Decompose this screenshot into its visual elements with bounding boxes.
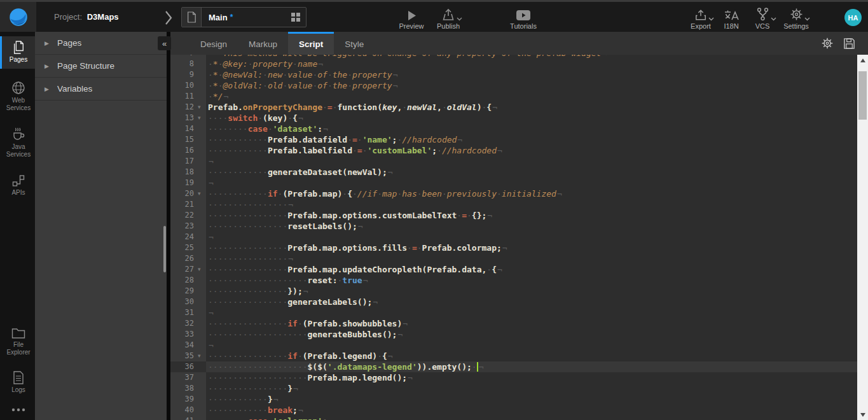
tab-style[interactable]: Style (334, 32, 375, 55)
gutter-cell[interactable]: 10 (170, 80, 206, 91)
code-line-34[interactable]: 34¬ (170, 340, 857, 351)
sidebar-item-java-services[interactable]: Java Services (0, 122, 35, 164)
code-text[interactable]: ·*·@oldVal:·old·value·of·the·property¬ (206, 80, 857, 91)
code-text[interactable]: ········case·'dataset':¬ (206, 123, 857, 134)
code-text[interactable]: ················if·(Prefab.legend)·{¬ (206, 351, 857, 361)
code-text[interactable]: ¬ (206, 178, 857, 188)
gutter-cell[interactable]: 36 (170, 361, 206, 372)
code-line-8[interactable]: 8·*·@key:·property·name¬ (170, 59, 857, 69)
scroll-down-button[interactable] (857, 409, 868, 420)
code-line-24[interactable]: 24¬ (170, 232, 857, 242)
gutter-cell[interactable]: 13▾ (170, 113, 206, 123)
code-text[interactable]: ····················Prefab.map.legend();… (206, 372, 857, 383)
code-line-14[interactable]: 14········case·'dataset':¬ (170, 123, 857, 134)
gutter-cell[interactable]: 14 (170, 123, 206, 134)
code-line-9[interactable]: 9·*·@newVal:·new·value·of·the·property¬ (170, 69, 857, 80)
gutter-cell[interactable]: 24 (170, 232, 206, 242)
code-text[interactable]: ·*·@newVal:·new·value·of·the·property¬ (206, 69, 857, 80)
gutter-cell[interactable]: 30 (170, 297, 206, 307)
code-text[interactable]: ················¬ (206, 199, 857, 210)
code-text[interactable]: ················if·(Prefab.showbubbles)¬ (206, 318, 857, 329)
settings-button[interactable]: Settings (779, 6, 813, 30)
code-line-32[interactable]: 32················if·(Prefab.showbubbles… (170, 318, 857, 329)
code-text[interactable]: ················}¬ (206, 383, 857, 394)
gutter-cell[interactable]: 8 (170, 59, 206, 69)
user-avatar[interactable]: HA (844, 9, 862, 26)
code-line-19[interactable]: 19¬ (170, 178, 857, 188)
tab-markup[interactable]: Markup (238, 32, 288, 55)
code-text[interactable]: ················generateLabels();¬ (206, 297, 857, 307)
code-line-30[interactable]: 30················generateLabels();¬ (170, 297, 857, 307)
code-text[interactable]: ····················generateBubbles();¬ (206, 329, 857, 340)
code-line-36[interactable]: 36····················$($('.datamaps-leg… (170, 361, 857, 372)
gutter-cell[interactable]: 39 (170, 394, 206, 405)
gutter-cell[interactable]: 40 (170, 405, 206, 416)
gutter-cell[interactable]: 35▾ (170, 351, 206, 361)
tab-script[interactable]: Script (288, 32, 334, 55)
code-line-11[interactable]: 11·*/¬ (170, 91, 857, 102)
tutorials-button[interactable]: Tutorials (505, 6, 542, 30)
gutter-cell[interactable]: 12▾ (170, 102, 206, 113)
code-line-38[interactable]: 38················}¬ (170, 383, 857, 394)
gutter-cell[interactable]: 28 (170, 275, 206, 286)
script-editor[interactable]: 7·*·This·method·will·be·triggered·on·cha… (170, 55, 857, 420)
panel-section-variables[interactable]: ▶ Variables (35, 78, 167, 101)
code-line-13[interactable]: 13▾····switch·(key)·{¬ (170, 113, 857, 123)
fold-arrow-icon[interactable]: ▾ (198, 264, 206, 275)
code-line-29[interactable]: 29················});¬ (170, 286, 857, 297)
gutter-cell[interactable]: 33 (170, 329, 206, 340)
code-line-22[interactable]: 22················Prefab.map.options.cus… (170, 210, 857, 221)
code-line-23[interactable]: 23················resetLabels();¬ (170, 221, 857, 232)
gutter-cell[interactable]: 37 (170, 372, 206, 383)
page-doc-button[interactable] (182, 8, 202, 27)
code-line-21[interactable]: 21················¬ (170, 199, 857, 210)
gutter-cell[interactable]: 17 (170, 156, 206, 167)
sidebar-item-logs[interactable]: Logs (0, 367, 35, 399)
code-text[interactable]: ················Prefab.map.updateChoropl… (206, 264, 857, 275)
fold-arrow-icon[interactable]: ▾ (198, 188, 206, 199)
save-button[interactable] (843, 38, 855, 50)
sidebar-item-web-services[interactable]: Web Services (0, 76, 35, 117)
gutter-cell[interactable]: 38 (170, 383, 206, 394)
tab-design[interactable]: Design (189, 32, 238, 55)
sidebar-item-file-explorer[interactable]: File Explorer (0, 323, 35, 361)
code-line-31[interactable]: 31¬ (170, 307, 857, 318)
open-page-tab[interactable]: Main * (181, 7, 307, 27)
gutter-cell[interactable]: 25 (170, 242, 206, 253)
app-logo[interactable] (0, 2, 36, 32)
sidebar-item-pages[interactable]: Pages (0, 36, 35, 69)
code-text[interactable]: ················Prefab.map.options.custo… (206, 210, 857, 221)
code-text[interactable]: ············Prefab.labelfield·=·'customL… (206, 145, 857, 156)
code-line-10[interactable]: 10·*·@oldVal:·old·value·of·the·property¬ (170, 80, 857, 91)
code-text[interactable]: ¬ (206, 156, 857, 167)
gutter-cell[interactable]: 27▾ (170, 264, 206, 275)
scroll-up-button[interactable] (857, 55, 868, 66)
gutter-cell[interactable]: 31 (170, 307, 206, 318)
sidebar-item-apis[interactable]: APIs (0, 170, 35, 202)
gutter-cell[interactable]: 26 (170, 253, 206, 264)
gutter-cell[interactable]: 34 (170, 340, 206, 351)
code-text[interactable]: ············Prefab.datafield·=·'name';·/… (206, 134, 857, 145)
code-line-16[interactable]: 16············Prefab.labelfield·=·'custo… (170, 145, 857, 156)
gutter-cell[interactable]: 16 (170, 145, 206, 156)
code-line-27[interactable]: 27▾················Prefab.map.updateChor… (170, 264, 857, 275)
gutter-cell[interactable]: 9 (170, 69, 206, 80)
code-line-12[interactable]: 12▾Prefab.onPropertyChange·=·function(ke… (170, 102, 857, 113)
gutter-cell[interactable]: 18 (170, 167, 206, 178)
publish-button[interactable]: Publish (430, 6, 467, 30)
code-text[interactable]: ············break;¬ (206, 405, 857, 416)
code-line-37[interactable]: 37····················Prefab.map.legend(… (170, 372, 857, 383)
vcs-button[interactable]: VCS (746, 6, 779, 30)
code-line-33[interactable]: 33····················generateBubbles();… (170, 329, 857, 340)
gutter-cell[interactable]: 23 (170, 221, 206, 232)
code-text[interactable]: ················Prefab.map.options.fills… (206, 242, 857, 253)
code-line-28[interactable]: 28····················reset:·true¬ (170, 275, 857, 286)
code-text[interactable]: ············}¬ (206, 394, 857, 405)
code-text[interactable]: Prefab.onPropertyChange·=·function(key,·… (206, 102, 857, 113)
gutter-cell[interactable]: 22 (170, 210, 206, 221)
code-line-17[interactable]: 17¬ (170, 156, 857, 167)
code-line-18[interactable]: 18············generateDataset(newVal);¬ (170, 167, 857, 178)
panel-scrollbar-thumb[interactable] (163, 226, 166, 272)
code-text[interactable]: ········case·'colormap':¬ (206, 416, 857, 420)
code-line-20[interactable]: 20▾············if·(Prefab.map)·{·//if·ma… (170, 188, 857, 199)
